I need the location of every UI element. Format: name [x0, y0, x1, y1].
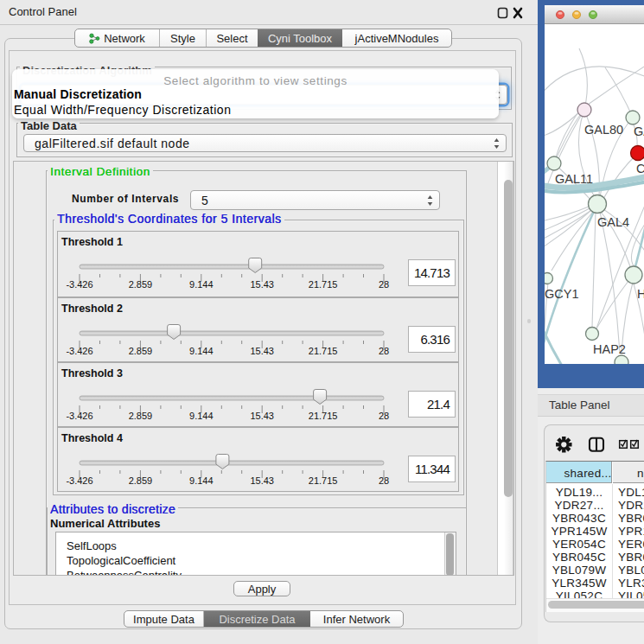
svg-text:GCY1: GCY1: [545, 287, 579, 301]
svg-text:GA: GA: [634, 124, 644, 138]
svg-text:C: C: [636, 162, 644, 175]
svg-text:GAL80: GAL80: [584, 123, 623, 137]
svg-text:HAP2: HAP2: [593, 342, 626, 356]
svg-text:H: H: [637, 287, 644, 301]
svg-text:GAL11: GAL11: [555, 172, 593, 186]
svg-text:GAL4: GAL4: [597, 215, 629, 229]
